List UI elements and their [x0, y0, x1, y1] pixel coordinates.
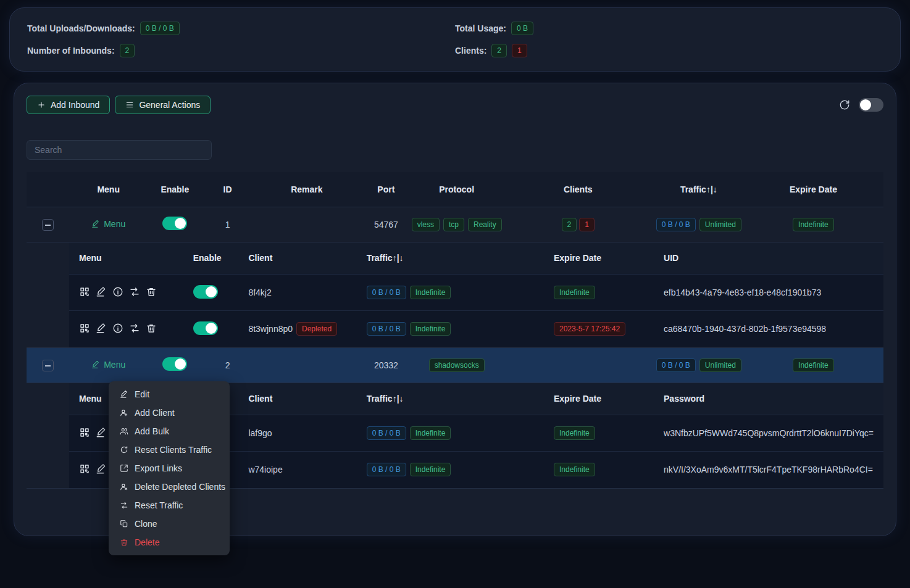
client-traffic-limit-badge: Indefinite: [410, 426, 451, 440]
client-expire-badge: 2023-5-7 17:25:42: [554, 322, 625, 336]
vless-clients-table: Menu Enable Client Traffic↑|↓ Expire Dat…: [69, 242, 883, 347]
auto-refresh-toggle[interactable]: [859, 98, 883, 112]
trash-icon: [146, 323, 157, 334]
add-inbound-label: Add Inbound: [51, 100, 99, 110]
menu-item-label: Edit: [135, 389, 149, 399]
edit-client-button[interactable]: [96, 463, 107, 474]
qr-code-icon: [79, 286, 90, 297]
inbound-2-menu-link[interactable]: Menu: [91, 360, 125, 370]
protocol-badge: Reality: [468, 218, 502, 231]
inbound-1-id: 1: [225, 220, 230, 230]
menu-item-add-bulk[interactable]: Add Bulk: [111, 422, 227, 441]
menu-item-label: Reset Clients Traffic: [135, 445, 212, 455]
menu-item-export-links[interactable]: Export Links: [111, 459, 227, 478]
qr-code-button[interactable]: [79, 286, 90, 297]
refresh-button[interactable]: [839, 99, 850, 110]
client-8f4kj2-enable-toggle[interactable]: [193, 285, 218, 299]
general-actions-button[interactable]: General Actions: [115, 96, 211, 114]
menu-item-reset-clients-traffic[interactable]: Reset Clients Traffic: [111, 441, 227, 459]
inbound-1-enable-toggle[interactable]: [162, 217, 187, 230]
qr-code-button[interactable]: [79, 427, 90, 438]
inbound-1-menu-link[interactable]: Menu: [91, 219, 125, 229]
client-expire-badge: Indefinite: [554, 286, 595, 299]
reset-client-traffic-button[interactable]: [129, 286, 140, 297]
toggle-knob: [860, 99, 871, 110]
protocol-badge: vless: [412, 218, 440, 231]
stat-uploads-value: 0 B / 0 B: [140, 22, 180, 35]
header-clients: Clients: [502, 172, 654, 207]
sub-header-menu: Menu: [69, 242, 183, 275]
client-traffic-badge: 0 B / 0 B: [367, 322, 406, 336]
collapse-inbound-2-button[interactable]: [42, 360, 54, 371]
stat-total-usage: Total Usage: 0 B: [455, 22, 883, 35]
inbound-1-clients-ok-badge: 2: [562, 218, 577, 231]
menu-list-icon: [125, 101, 134, 109]
inbounds-table-header-row: Menu Enable ID Remark Port Protocol Clie…: [27, 172, 883, 207]
delete-client-button[interactable]: [146, 286, 157, 297]
menu-item-add-client[interactable]: Add Client: [111, 404, 227, 422]
protocol-badge: tcp: [443, 218, 464, 231]
user-add-icon: [120, 408, 128, 417]
sub-header-client: Client: [238, 383, 356, 415]
search-input[interactable]: [27, 140, 212, 160]
header-port: Port: [361, 172, 412, 207]
reset-client-traffic-button[interactable]: [129, 323, 140, 334]
client-info-button[interactable]: [112, 286, 123, 297]
header-protocol: Protocol: [412, 172, 502, 207]
swap-arrows-icon: [120, 501, 128, 510]
client-name: 8t3wjnn8p0: [248, 324, 293, 334]
edit-icon: [96, 286, 107, 297]
inbound-2-port: 20332: [374, 360, 398, 370]
header-id: ID: [202, 172, 253, 207]
client-uid: efb14b43-4a79-4e83-ef18-e48cf1901b73: [664, 288, 821, 297]
inbound-1-menu-label: Menu: [104, 219, 125, 229]
reset-circle-icon: [120, 445, 128, 454]
toolbar: Add Inbound General Actions: [27, 96, 883, 114]
edit-icon: [96, 427, 107, 438]
edit-client-button[interactable]: [96, 323, 107, 334]
inbound-1-traffic-badge: 0 B / 0 B: [656, 218, 696, 231]
stat-inbounds-count-label: Number of Inbounds:: [27, 46, 115, 56]
menu-item-label: Add Client: [135, 408, 175, 418]
refresh-icon: [839, 99, 850, 110]
client-info-button[interactable]: [112, 323, 123, 334]
menu-item-delete[interactable]: Delete: [111, 533, 227, 552]
stat-uploads-label: Total Uploads/Downloads:: [27, 23, 135, 33]
collapse-inbound-1-button[interactable]: [42, 219, 54, 231]
qr-code-button[interactable]: [79, 323, 90, 334]
client-traffic-badge: 0 B / 0 B: [367, 286, 406, 299]
menu-item-edit[interactable]: Edit: [111, 385, 227, 404]
toggle-knob: [206, 323, 217, 334]
client-row-8f4kj2: 8f4kj2 0 B / 0 B Indefinite Indefinite e…: [69, 275, 883, 311]
menu-item-delete-depleted-clients[interactable]: Delete Depleted Clients: [111, 478, 227, 496]
edit-client-button[interactable]: [96, 286, 107, 297]
qr-code-button[interactable]: [79, 463, 90, 474]
minus-icon: [45, 365, 51, 366]
client-8t3wjnn8p0-enable-toggle[interactable]: [193, 321, 218, 335]
client-name: laf9go: [248, 428, 272, 438]
menu-item-reset-traffic[interactable]: Reset Traffic: [111, 496, 227, 515]
menu-item-label: Clone: [135, 519, 157, 529]
header-traffic-sort[interactable]: Traffic↑|↓: [654, 172, 743, 207]
info-icon: [112, 323, 123, 334]
menu-item-clone[interactable]: Clone: [111, 515, 227, 533]
edit-icon: [91, 360, 100, 369]
trash-icon: [146, 286, 157, 297]
stat-inbounds-count-value: 2: [120, 44, 135, 57]
stat-clients-ok-value: 2: [491, 44, 507, 57]
edit-icon: [96, 323, 107, 334]
sub-header-expire: Expire Date: [544, 383, 654, 415]
toggle-knob: [206, 286, 217, 297]
add-inbound-button[interactable]: Add Inbound: [27, 96, 110, 114]
delete-client-button[interactable]: [146, 323, 157, 334]
edit-icon: [120, 390, 128, 399]
sub-header-uid: UID: [654, 242, 883, 275]
edit-client-button[interactable]: [96, 427, 107, 438]
sub-header-enable: Enable: [183, 242, 239, 275]
client-expire-badge: Indefinite: [554, 463, 595, 476]
inbound-2-enable-toggle[interactable]: [162, 357, 187, 371]
edit-icon: [96, 463, 107, 474]
qr-code-icon: [79, 463, 90, 474]
menu-item-label: Delete: [135, 537, 159, 547]
usergroup-add-icon: [120, 427, 128, 436]
